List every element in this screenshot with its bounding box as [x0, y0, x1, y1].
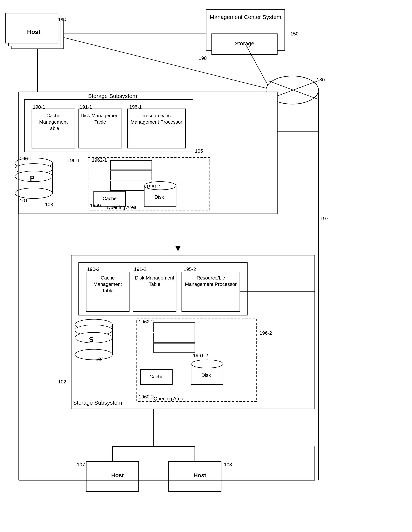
svg-line-28: [246, 44, 268, 85]
ref-190-1: 190-1: [33, 104, 45, 110]
svg-rect-16: [110, 181, 152, 190]
cache-mgmt-table-2: Cache Management Table: [87, 275, 128, 294]
svg-line-6: [268, 81, 319, 99]
host-top-label: Host: [19, 28, 49, 36]
svg-point-39: [75, 319, 112, 330]
ref-196-2: 196-2: [259, 330, 272, 336]
svg-point-41: [75, 325, 112, 335]
s-cylinder-label: S: [89, 336, 93, 344]
ref-197: 197: [320, 216, 329, 221]
ref-103: 103: [45, 202, 53, 208]
ref-190-2: 190-2: [87, 266, 100, 272]
svg-point-22: [15, 188, 53, 199]
ref-1962-1: 1962-1: [92, 157, 107, 163]
svg-point-42: [75, 332, 112, 343]
ref-106-1: 106-1: [20, 156, 32, 162]
svg-rect-14: [110, 160, 152, 170]
ref-1961-1: 1961-1: [146, 184, 161, 190]
disk-label-1: Disk: [145, 194, 173, 200]
ref-196-1: 196-1: [67, 158, 80, 163]
ref-105: 105: [195, 148, 203, 154]
ref-1961-2: 1961-2: [193, 353, 208, 359]
ref-150: 150: [290, 31, 298, 37]
ref-191-2: 191-2: [134, 266, 146, 272]
ref-1960-1: 1960-1: [90, 203, 105, 209]
diagram-svg: [0, 0, 412, 532]
svg-point-23: [15, 164, 53, 174]
svg-point-5: [266, 76, 319, 104]
storage-mgmt-label: Storage: [215, 40, 274, 47]
ref-1960-2: 1960-2: [139, 394, 154, 400]
management-center-label: Management Center System: [208, 13, 283, 21]
svg-rect-46: [154, 343, 195, 353]
cache-mgmt-table-1: Cache Management Table: [33, 113, 74, 132]
diagram-container: Host 140 Management Center System 150 St…: [0, 0, 412, 532]
storage-subsystem-top-label: Storage Subsystem: [88, 93, 137, 99]
ref-195-1: 195-1: [129, 104, 142, 110]
ref-108: 108: [224, 462, 232, 468]
queuing-area-2-label: Queuing Area: [154, 396, 183, 402]
ref-101: 101: [20, 198, 28, 204]
svg-line-7: [268, 81, 319, 99]
ref-198: 198: [199, 55, 207, 61]
ref-140: 140: [58, 17, 66, 22]
svg-marker-30: [175, 246, 181, 251]
svg-point-49: [191, 360, 223, 368]
svg-rect-43: [137, 319, 257, 401]
ref-102: 102: [58, 379, 66, 385]
svg-rect-45: [154, 333, 195, 342]
host-bottom-left-label: Host: [102, 472, 132, 479]
p-cylinder-label: P: [30, 174, 35, 182]
queuing-area-1-label: Queuing Area: [107, 204, 137, 210]
disk-mgmt-table-2: Disk Management Table: [134, 275, 175, 288]
ref-191-1: 191-1: [80, 104, 92, 110]
disk-label-2: Disk: [192, 372, 220, 378]
ref-107: 107: [77, 462, 85, 468]
svg-rect-44: [154, 323, 195, 332]
cache-label-1: Cache: [96, 196, 124, 201]
storage-subsystem-bottom-label: Storage Subsystem: [73, 399, 122, 406]
svg-point-40: [75, 349, 112, 360]
disk-mgmt-table-1: Disk Management Table: [80, 113, 121, 125]
resource-proc-1: Resource/Lic Management Processor: [128, 113, 184, 125]
host-bottom-right-label: Host: [185, 472, 215, 479]
resource-proc-2: Resource/Lic Management Processor: [183, 275, 239, 288]
ref-195-2: 195-2: [183, 266, 196, 272]
ref-104: 104: [96, 356, 104, 362]
ref-1962-2: 1962-2: [139, 319, 154, 325]
svg-rect-38: [75, 324, 112, 354]
ref-180: 180: [317, 77, 325, 83]
svg-rect-15: [110, 171, 152, 180]
cache-label-2: Cache: [142, 374, 171, 380]
